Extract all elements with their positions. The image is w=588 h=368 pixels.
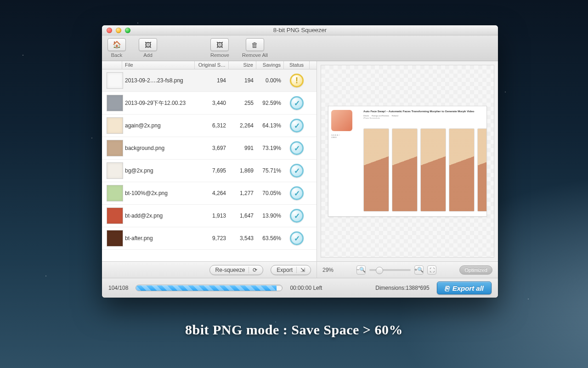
- remove-label: Remove: [210, 52, 229, 58]
- zoom-value: 29%: [322, 267, 334, 273]
- app-window: 8-bit PNG Squeezer 🏠 Back 🖼 Add 🖼 Remove…: [102, 25, 498, 298]
- time-left: 00:00:00 Left: [290, 285, 322, 291]
- progress-counter: 104/108: [108, 285, 128, 291]
- table-row[interactable]: again@2x.png6,3122,26464.13%✓: [102, 115, 317, 137]
- trash-icon: 🗑: [251, 41, 258, 49]
- row-filename: 2013-09-2….23-fs8.png: [122, 77, 195, 84]
- zoom-out-icon: −🔍: [356, 267, 366, 273]
- preview-pane: ★★★★☆LINKS Auto Face Swap! – Automatic F…: [317, 61, 498, 278]
- preview-app-title: Auto Face Swap! – Automatic Faces Transf…: [363, 110, 483, 113]
- row-original-size: 4,264: [195, 190, 229, 196]
- row-savings: 63.56%: [256, 235, 284, 242]
- list-footer: Re-squeeze ⟳ Export ⇲: [102, 261, 317, 278]
- row-size: 991: [229, 145, 256, 151]
- row-savings: 70.05%: [256, 190, 284, 196]
- row-original-size: 7,695: [195, 167, 229, 174]
- col-size[interactable]: Size: [229, 61, 256, 69]
- row-size: 2,264: [229, 122, 256, 129]
- status-ok-icon: ✓: [290, 96, 304, 110]
- row-filename: bt-after.png: [122, 235, 195, 242]
- export-button[interactable]: Export ⇲: [271, 265, 311, 275]
- content: File Original S… Size Savings Status 201…: [102, 61, 498, 278]
- remove-image-icon: 🖼: [216, 41, 223, 49]
- home-icon: 🏠: [113, 40, 121, 49]
- status-ok-icon: ✓: [290, 231, 304, 245]
- export-all-button[interactable]: ⎘ Export all: [437, 282, 492, 294]
- row-thumbnail: [107, 185, 123, 201]
- row-filename: again@2x.png: [122, 122, 195, 129]
- export-all-icon: ⎘: [445, 284, 449, 292]
- export-label: Export: [277, 267, 293, 273]
- refresh-icon: ⟳: [253, 267, 257, 273]
- status-ok-icon: ✓: [290, 186, 304, 200]
- resqueeze-button[interactable]: Re-squeeze ⟳: [209, 265, 264, 275]
- zoom-slider[interactable]: [369, 269, 411, 271]
- row-original-size: 194: [195, 77, 229, 84]
- col-file[interactable]: File: [122, 61, 195, 69]
- row-original-size: 3,440: [195, 100, 229, 106]
- zoom-in-button[interactable]: +🔍: [414, 265, 424, 275]
- toolbar: 🏠 Back 🖼 Add 🖼 Remove 🗑 Remove All: [102, 35, 498, 61]
- row-original-size: 3,697: [195, 145, 229, 151]
- dimensions-label: Dimensions:1388*695: [375, 285, 429, 291]
- table-row[interactable]: bt-after.png9,7233,54363.56%✓: [102, 227, 317, 250]
- add-label: Add: [143, 52, 153, 58]
- row-savings: 0.00%: [256, 77, 284, 84]
- status-ok-icon: ✓: [290, 119, 304, 132]
- preview-image: ★★★★☆LINKS Auto Face Swap! – Automatic F…: [328, 106, 487, 217]
- status-ok-icon: ✓: [290, 209, 304, 223]
- back-button[interactable]: 🏠: [107, 38, 126, 51]
- row-filename: bt-100%@2x.png: [122, 190, 195, 196]
- table-row[interactable]: background.png3,69799173.19%✓: [102, 137, 317, 160]
- row-filename: bt-add@2x.png: [122, 213, 195, 219]
- list-body[interactable]: 2013-09-2….23-fs8.png1941940.00%!2013-09…: [102, 69, 317, 261]
- zoom-in-icon: +🔍: [414, 267, 424, 273]
- remove-all-label: Remove All: [242, 52, 268, 58]
- status-ok-icon: ✓: [290, 164, 304, 178]
- row-thumbnail: [107, 207, 123, 224]
- row-size: 255: [229, 100, 256, 106]
- row-savings: 75.71%: [256, 167, 284, 174]
- status-warn-icon: !: [290, 74, 304, 87]
- table-row[interactable]: bt-add@2x.png1,9131,64713.90%✓: [102, 205, 317, 227]
- progress-bar: [136, 285, 283, 291]
- minimize-window-button[interactable]: [116, 28, 121, 33]
- col-original[interactable]: Original S…: [195, 61, 229, 69]
- zoom-out-button[interactable]: −🔍: [356, 265, 366, 275]
- add-button[interactable]: 🖼: [139, 38, 157, 51]
- row-size: 1,869: [229, 167, 256, 174]
- remove-button[interactable]: 🖼: [210, 38, 229, 51]
- row-thumbnail: [107, 95, 123, 111]
- row-original-size: 9,723: [195, 235, 229, 242]
- window-title: 8-bit PNG Squeezer: [102, 27, 498, 34]
- row-size: 1,647: [229, 213, 256, 219]
- close-window-button[interactable]: [107, 28, 112, 33]
- row-original-size: 1,913: [195, 213, 229, 219]
- preview-area[interactable]: ★★★★☆LINKS Auto Face Swap! – Automatic F…: [321, 65, 494, 258]
- remove-all-button[interactable]: 🗑: [246, 38, 264, 51]
- export-icon: ⇲: [300, 267, 305, 273]
- marketing-tagline: 8bit PNG mode : Save Space > 60%: [0, 322, 588, 338]
- preview-footer: 29% −🔍 +🔍 ⛶ Optimized: [317, 261, 498, 278]
- titlebar: 8-bit PNG Squeezer: [102, 25, 498, 35]
- preview-subtitle: iPhone Screenshots: [363, 117, 483, 119]
- table-row[interactable]: 2013-09-29下午12.00.233,44025592.59%✓: [102, 92, 317, 115]
- row-original-size: 6,312: [195, 122, 229, 129]
- row-savings: 64.13%: [256, 122, 284, 129]
- row-thumbnail: [107, 162, 123, 179]
- zoom-window-button[interactable]: [125, 28, 130, 33]
- row-filename: background.png: [122, 145, 195, 151]
- list-header: File Original S… Size Savings Status: [102, 61, 317, 69]
- row-size: 1,277: [229, 190, 256, 196]
- fit-button[interactable]: ⛶: [427, 265, 436, 275]
- row-thumbnail: [107, 72, 123, 89]
- row-savings: 13.90%: [256, 213, 284, 219]
- table-row[interactable]: bg@2x.png7,6951,86975.71%✓: [102, 160, 317, 182]
- export-all-label: Export all: [452, 284, 484, 292]
- table-row[interactable]: 2013-09-2….23-fs8.png1941940.00%!: [102, 69, 317, 92]
- back-label: Back: [111, 52, 122, 58]
- table-row[interactable]: bt-100%@2x.png4,2641,27770.05%✓: [102, 182, 317, 205]
- col-savings[interactable]: Savings: [256, 61, 284, 69]
- col-status[interactable]: Status: [284, 61, 310, 69]
- row-savings: 73.19%: [256, 145, 284, 151]
